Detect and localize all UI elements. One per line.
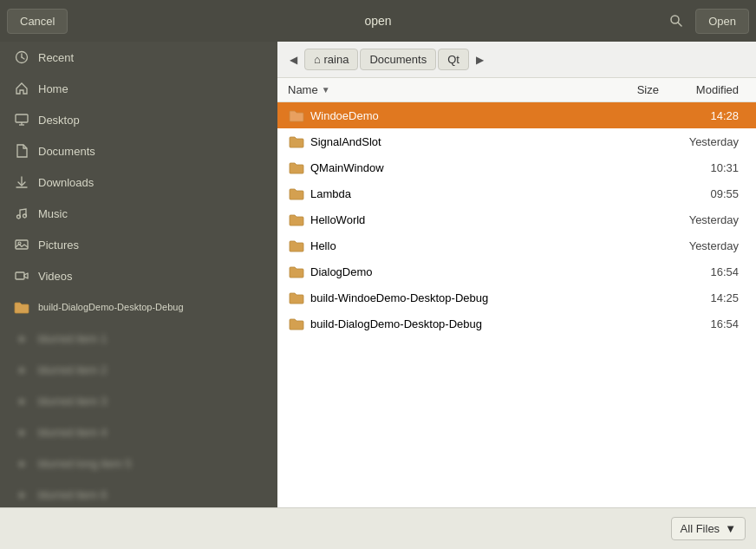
file-modified: 14:28 [659,109,746,122]
column-name-header[interactable]: Name ▼ [288,83,590,96]
table-row[interactable]: build-WindoeDemo-Desktop-Debug 14:25 [277,284,756,310]
music-icon [14,206,29,221]
svg-point-10 [17,215,21,219]
file-modified: 16:54 [659,317,746,330]
file-modified: Yesterday [659,135,746,148]
search-button[interactable] [662,7,690,35]
dropdown-arrow-icon: ▼ [725,522,736,535]
sidebar-item-music[interactable]: Music [0,198,277,229]
sidebar-blurred-label-5: blurred long item 5 [38,457,132,470]
table-row[interactable]: SignalAndSlot Yesterday [277,128,756,154]
sidebar-build-dialog-label: build-DialogDemo-Desktop-Debug [38,302,184,312]
sidebar: Recent Home Desktop [0,42,277,507]
file-list: WindoeDemo 14:28 SignalAndSlot Yesterday [277,102,756,507]
blurred-icon-4: ● [14,424,29,440]
file-panel: ◀ ⌂ raina Documents Qt ▶ Name ▼ Size [277,42,756,507]
breadcrumb-back-button[interactable]: ◀ [284,50,303,69]
file-name: HelloWorld [310,213,590,226]
folder-icon [288,185,305,202]
sidebar-documents-label: Documents [38,145,95,158]
folder-icon [288,263,305,280]
svg-rect-5 [16,114,28,122]
desktop-icon [14,112,29,127]
sidebar-item-recent[interactable]: Recent [0,42,277,73]
folder-icon [288,211,305,228]
sidebar-item-documents[interactable]: Documents [0,135,277,167]
breadcrumb-documents-button[interactable]: Documents [360,49,436,70]
chevron-right-icon: ▶ [476,54,484,66]
folder-icon [288,315,305,332]
footer-bar: All Files ▼ [0,507,756,549]
sidebar-pictures-label: Pictures [38,239,79,252]
sidebar-item-build-dialog[interactable]: build-DialogDemo-Desktop-Debug [0,291,277,323]
folder-icon [288,237,305,254]
sidebar-item-blurred-5: ● blurred long item 5 [0,448,277,479]
sidebar-item-desktop[interactable]: Desktop [0,104,277,135]
file-modified: Yesterday [659,239,746,252]
sidebar-item-downloads[interactable]: Downloads [0,167,277,198]
column-modified-header[interactable]: Modified [659,83,746,96]
sidebar-blurred-label-4: blurred item 4 [38,426,107,439]
sidebar-item-home[interactable]: Home [0,73,277,104]
sidebar-item-blurred-3: ● blurred item 3 [0,385,277,416]
file-modified: 14:25 [659,291,746,304]
file-name: Lambda [310,187,590,200]
home-breadcrumb-icon: ⌂ [314,53,321,66]
table-row[interactable]: build-DialogDemo-Desktop-Debug 16:54 [277,310,756,337]
clock-icon [14,49,29,65]
folder-icon [288,107,305,124]
breadcrumb-home-button[interactable]: ⌂ raina [304,49,358,70]
table-row[interactable]: QMainWindow 10:31 [277,154,756,180]
sidebar-blurred-label-2: blurred item 2 [38,363,107,376]
videos-icon [14,268,29,284]
home-icon [14,81,29,96]
pictures-icon [14,237,29,252]
file-modified: 16:54 [659,265,746,278]
file-name: build-WindoeDemo-Desktop-Debug [310,291,590,304]
sidebar-recent-label: Recent [38,51,74,64]
table-row[interactable]: HelloWorld Yesterday [277,206,756,232]
sidebar-downloads-label: Downloads [38,176,94,189]
header-right: Open [662,7,749,35]
open-button[interactable]: Open [695,9,749,34]
file-modified: Yesterday [659,213,746,226]
document-icon [14,143,29,159]
search-icon [669,14,683,28]
column-size-header[interactable]: Size [590,83,659,96]
sidebar-blurred-label-6: blurred item 6 [38,488,107,501]
file-list-header: Name ▼ Size Modified [277,78,756,102]
breadcrumb-bar: ◀ ⌂ raina Documents Qt ▶ [277,42,756,78]
table-row[interactable]: DialogDemo 16:54 [277,258,756,284]
table-row[interactable]: Lambda 09:55 [277,180,756,206]
folder-icon [288,133,305,150]
main-content: Recent Home Desktop [0,42,756,507]
header-bar: Cancel open Open [0,0,756,42]
svg-line-1 [678,23,681,26]
blurred-icon-2: ● [14,362,29,377]
breadcrumb-qt-button[interactable]: Qt [438,49,469,70]
sidebar-item-blurred-6: ● blurred item 6 [0,479,277,507]
file-name: WindoeDemo [310,109,590,122]
svg-point-11 [23,214,27,218]
cancel-button[interactable]: Cancel [7,9,68,34]
sidebar-item-videos[interactable]: Videos [0,260,277,291]
breadcrumb-forward-button[interactable]: ▶ [471,50,489,69]
sidebar-music-label: Music [38,207,68,220]
table-row[interactable]: WindoeDemo 14:28 [277,102,756,128]
file-filter-dropdown[interactable]: All Files ▼ [671,517,746,540]
sidebar-blurred-label-1: blurred item 1 [38,332,107,345]
folder-icon-sidebar [14,299,29,315]
svg-rect-14 [16,272,24,279]
download-icon [14,174,29,190]
dialog-title: open [364,14,391,28]
sidebar-item-blurred-4: ● blurred item 4 [0,416,277,448]
chevron-left-icon: ◀ [290,54,297,66]
table-row[interactable]: Hello Yesterday [277,232,756,258]
sidebar-videos-label: Videos [38,270,73,283]
sidebar-item-pictures[interactable]: Pictures [0,229,277,260]
folder-icon [288,289,305,306]
sidebar-desktop-label: Desktop [38,114,80,127]
file-name: Hello [310,239,590,252]
file-name: QMainWindow [310,161,590,174]
svg-rect-12 [16,240,28,249]
